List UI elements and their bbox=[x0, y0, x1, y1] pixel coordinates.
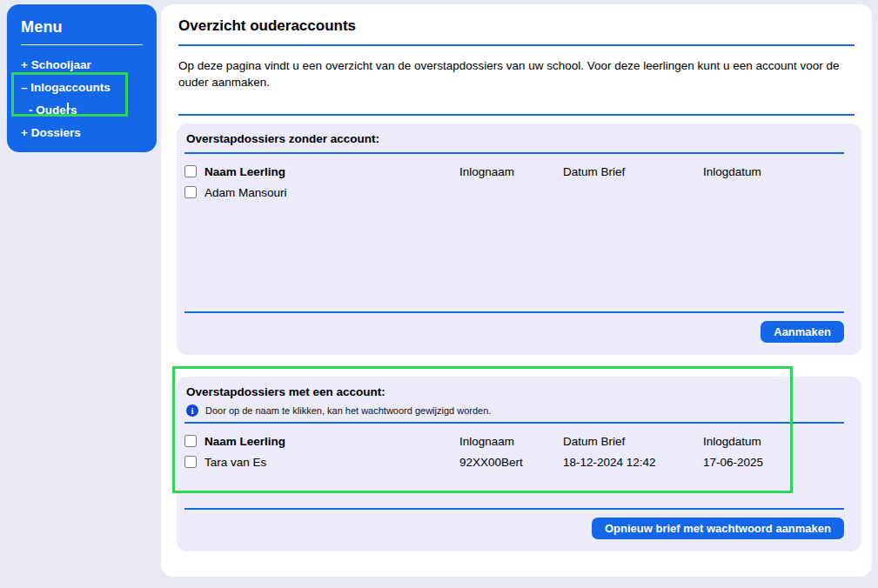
button-row: Opnieuw brief met wachtwoord aanmaken bbox=[184, 518, 844, 539]
panel-bottom-divider bbox=[184, 508, 844, 510]
row-cell-inlognaam: 92XX00Bert bbox=[459, 456, 563, 469]
table-row: Adam Mansouri bbox=[184, 182, 844, 203]
table-header-row: Naam Leerling Inlognaam Datum Brief Inlo… bbox=[184, 161, 844, 182]
column-header-inlogdatum: Inlogdatum bbox=[703, 165, 844, 178]
button-row: Aanmaken bbox=[184, 321, 844, 343]
table-row: Tara van Es 92XX00Bert 18-12-2024 12:42 … bbox=[184, 451, 844, 472]
row-cell-inlogdatum: 17-06-2025 bbox=[703, 456, 844, 469]
panel-zonder-account: Overstapdossiers zonder account: Naam Le… bbox=[177, 124, 861, 355]
sidebar-title: Menu bbox=[21, 18, 143, 37]
header-cell-naam-leerling: Naam Leerling bbox=[184, 165, 459, 178]
column-header-datum-brief: Datum Brief bbox=[563, 165, 703, 178]
panel-bottom-divider bbox=[184, 311, 844, 313]
intro-divider bbox=[178, 114, 855, 116]
panel-met-account: Overstapdossiers met een account: i Door… bbox=[177, 377, 861, 551]
sidebar-item-ouders-label: - Ouders bbox=[29, 104, 77, 117]
info-text: Door op de naam te klikken, kan het wach… bbox=[205, 405, 491, 416]
sidebar-item-ouders[interactable]: - Ouders bbox=[21, 99, 143, 122]
info-icon: i bbox=[186, 404, 198, 417]
student-name[interactable]: Adam Mansouri bbox=[204, 186, 287, 199]
intro-text: Op deze pagina vindt u een overzicht van… bbox=[178, 57, 855, 90]
panel-divider bbox=[184, 152, 844, 154]
row-cell-datum-brief: 18-12-2024 12:42 bbox=[563, 456, 703, 469]
column-header-naam: Naam Leerling bbox=[204, 165, 285, 178]
panel-divider bbox=[184, 422, 844, 424]
info-row: i Door op de naam te klikken, kan het wa… bbox=[184, 404, 844, 417]
row-cell-naam: Tara van Es bbox=[184, 456, 459, 469]
student-name[interactable]: Tara van Es bbox=[204, 456, 266, 469]
column-header-inlogdatum: Inlogdatum bbox=[703, 435, 844, 448]
table-header-row: Naam Leerling Inlognaam Datum Brief Inlo… bbox=[184, 431, 844, 451]
row-checkbox[interactable] bbox=[184, 456, 197, 468]
aanmaken-button[interactable]: Aanmaken bbox=[761, 321, 844, 343]
select-all-checkbox[interactable] bbox=[184, 435, 197, 447]
header-cell-naam-leerling: Naam Leerling bbox=[184, 435, 459, 448]
column-header-naam: Naam Leerling bbox=[204, 435, 285, 448]
menu-divider bbox=[21, 44, 143, 45]
sidebar-item-dossiers[interactable]: + Dossiers bbox=[21, 122, 143, 144]
row-checkbox[interactable] bbox=[184, 186, 197, 198]
panel-zonder-account-title: Overstapdossiers zonder account: bbox=[184, 132, 844, 145]
panel-bottom-section: Opnieuw brief met wachtwoord aanmaken bbox=[184, 508, 844, 539]
sidebar-menu: Menu + Schooljaar – Inlogaccounts - Oude… bbox=[7, 4, 157, 152]
text-cursor bbox=[67, 103, 69, 116]
panel-met-account-title: Overstapdossiers met een account: bbox=[184, 385, 844, 398]
select-all-checkbox[interactable] bbox=[184, 165, 197, 177]
sidebar-item-inlogaccounts[interactable]: – Inlogaccounts bbox=[21, 77, 143, 99]
title-divider bbox=[178, 44, 855, 46]
row-cell-naam: Adam Mansouri bbox=[184, 186, 459, 199]
page-title: Overzicht ouderaccounts bbox=[178, 17, 855, 35]
column-header-inlognaam: Inlognaam bbox=[459, 165, 563, 178]
column-header-datum-brief: Datum Brief bbox=[563, 435, 703, 448]
column-header-inlognaam: Inlognaam bbox=[459, 435, 563, 448]
sidebar-item-schooljaar[interactable]: + Schooljaar bbox=[21, 54, 143, 77]
opnieuw-brief-button[interactable]: Opnieuw brief met wachtwoord aanmaken bbox=[592, 518, 844, 539]
panel-bottom-section: Aanmaken bbox=[184, 311, 844, 343]
